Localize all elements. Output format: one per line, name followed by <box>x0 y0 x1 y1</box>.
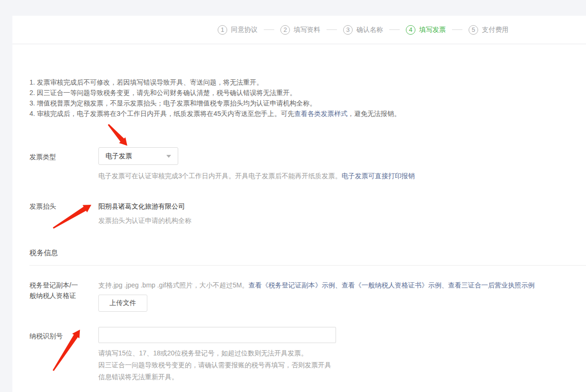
chevron-down-icon <box>166 155 171 158</box>
note-line-1: 1. 发票审核完成后不可修改，若因填写错误导致开具、寄送问题，将无法重开。 <box>29 77 586 87</box>
tax-id-label: 纳税识别号 <box>29 327 83 383</box>
step-fill-info: 2 填写资料 <box>280 25 320 35</box>
tax-cert-label: 税务登记副本/一般纳税人资格证 <box>29 280 83 312</box>
invoice-type-select[interactable]: 电子发票 <box>98 147 178 165</box>
note-line-4: 4. 审核完成后，电子发票将在3个工作日内开具，纸质发票将在45天内寄送至您手上… <box>29 108 586 119</box>
invoice-type-selected-value: 电子发票 <box>106 152 132 161</box>
invoice-notes: 1. 发票审核完成后不可修改，若因填写错误导致开具、寄送问题，将无法重开。 2.… <box>29 77 586 119</box>
tax-info-section-title: 税务信息 <box>29 249 586 266</box>
step-4-label: 填写发票 <box>419 26 446 34</box>
step-confirm-name: 3 确认名称 <box>343 25 383 35</box>
step-2-circle: 2 <box>280 25 290 35</box>
tax-cert-hint: 支持.jpg .jpeg .bmp .gif格式照片，大小不超过5M。查看《税务… <box>98 280 586 290</box>
step-3-circle: 3 <box>343 25 353 35</box>
tax-registration-sample-link[interactable]: 查看《税务登记证副本》示例 <box>249 281 335 289</box>
invoice-title-value: 阳朔县诸葛文化旅游有限公司 <box>98 201 586 211</box>
step-1-number: 1 <box>221 27 224 33</box>
tax-id-input[interactable] <box>98 327 336 343</box>
invoice-title-helper: 发票抬头为认证申请的机构全称 <box>98 217 586 225</box>
step-wizard: 1 同意协议 2 填写资料 3 确认名称 4 填写发票 5 支付费用 <box>12 16 586 44</box>
step-separator <box>327 29 337 30</box>
invoice-type-helper: 电子发票可在认证审核完成3个工作日内开具。开具电子发票后不能再开纸质发票。电子发… <box>98 172 586 181</box>
step-5-label: 支付费用 <box>482 26 509 34</box>
print-reimburse-link[interactable]: 电子发票可直接打印报销 <box>342 172 415 180</box>
tax-cert-row: 税务登记副本/一般纳税人资格证 支持.jpg .jpeg .bmp .gif格式… <box>29 280 586 312</box>
step-1-circle: 1 <box>218 25 227 35</box>
note-line-2: 2. 因三证合一等问题导致税务变更，请先和公司财务确认清楚，税号确认错误将无法重… <box>29 87 586 98</box>
invoice-type-label: 发票类型 <box>29 147 83 181</box>
invoice-type-row: 发票类型 电子发票 电子发票可在认证审核完成3个工作日内开具。开具电子发票后不能… <box>29 147 586 181</box>
step-4-number: 4 <box>409 27 412 33</box>
step-5-circle: 5 <box>469 25 478 35</box>
step-fill-invoice-active: 4 填写发票 <box>406 25 446 35</box>
step-2-number: 2 <box>283 27 287 33</box>
taxpayer-qualification-sample-link[interactable]: 查看《一般纳税人资格证书》示例 <box>342 281 442 289</box>
step-5-number: 5 <box>471 27 475 33</box>
tax-id-row: 纳税识别号 请填写15位、17、18或20位税务登记号，如超过位数则无法开具发票… <box>29 327 586 383</box>
business-license-sample-link[interactable]: 查看三证合一后营业执照示例 <box>448 281 535 289</box>
step-3-label: 确认名称 <box>356 26 383 34</box>
main-panel: 1 同意协议 2 填写资料 3 确认名称 4 填写发票 5 支付费用 1. 发票… <box>12 16 586 392</box>
step-4-circle: 4 <box>406 25 415 35</box>
tax-id-helper: 请填写15位、17、18或20位税务登记号，如超过位数则无法开具发票。 因三证合… <box>98 347 586 383</box>
invoice-title-row: 发票抬头 阳朔县诸葛文化旅游有限公司 发票抬头为认证申请的机构全称 <box>29 201 586 225</box>
step-agree-agreement: 1 同意协议 <box>218 25 258 35</box>
step-separator <box>264 29 274 30</box>
upload-file-button[interactable]: 上传文件 <box>98 295 147 312</box>
view-invoice-samples-link[interactable]: 查看各类发票样式 <box>294 110 347 117</box>
step-separator <box>452 29 462 30</box>
step-2-label: 填写资料 <box>294 26 320 34</box>
step-pay-fee: 5 支付费用 <box>469 25 509 35</box>
step-1-label: 同意协议 <box>231 26 258 34</box>
step-3-number: 3 <box>346 27 349 33</box>
note-line-3: 3. 增值税普票为定额发票，不显示发票抬头；电子发票和增值税专票抬头均为认证申请… <box>29 98 586 108</box>
step-separator <box>389 29 400 30</box>
invoice-title-label: 发票抬头 <box>29 201 83 225</box>
